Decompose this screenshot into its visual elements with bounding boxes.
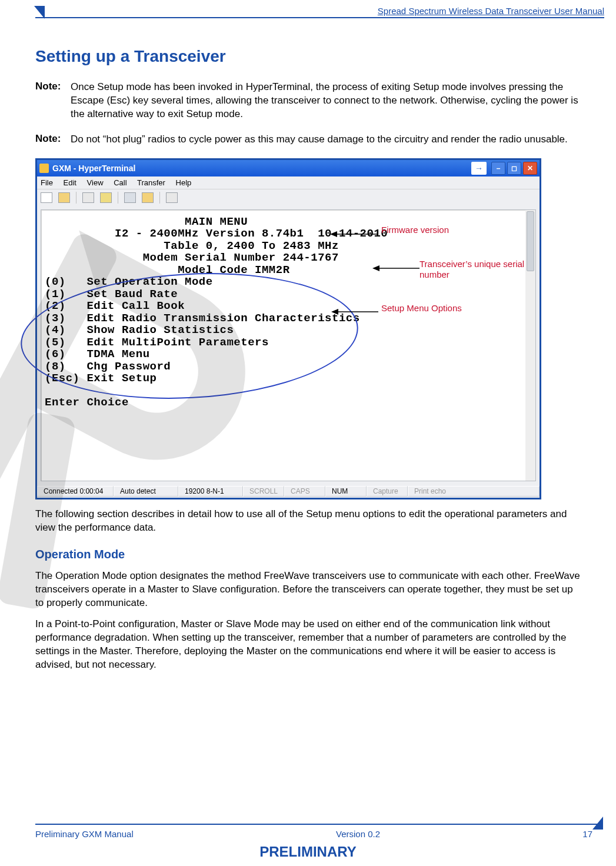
note-label: Note: (35, 133, 71, 146)
window-title: GXM - HyperTerminal (52, 164, 135, 173)
menu-bar: File Edit View Call Transfer Help (37, 176, 540, 189)
status-capture: Capture (367, 486, 408, 497)
note-label: Note: (35, 81, 71, 121)
operation-mode-p1: The Operation Mode option designates the… (35, 569, 581, 610)
status-echo: Print echo (408, 486, 540, 497)
svg-marker-0 (34, 6, 45, 19)
window-titlebar: GXM - HyperTerminal → – ◻ ✕ (37, 160, 540, 176)
arrow-setup-menu (331, 307, 378, 317)
section-operation-mode: Operation Mode (35, 548, 581, 561)
arrow-firmware (330, 229, 377, 239)
app-icon (39, 164, 49, 173)
status-connected: Connected 0:00:04 (37, 486, 114, 497)
svg-marker-8 (331, 309, 338, 315)
hyperterminal-screenshot: GXM - HyperTerminal → – ◻ ✕ File Edit Vi… (35, 158, 541, 499)
toolbar-properties-icon[interactable] (166, 192, 178, 203)
close-button[interactable]: ✕ (523, 162, 537, 175)
menu-help[interactable]: Help (176, 178, 192, 187)
status-num: NUM (325, 486, 367, 497)
footer-page-number: 17 (582, 829, 592, 839)
preliminary-stamp: PRELIMINARY (0, 844, 616, 860)
label-serial-number: Transceiver’s unique serial number (419, 259, 531, 280)
arrow-serial (372, 264, 419, 273)
status-caps: CAPS (284, 486, 325, 497)
operation-mode-p2: In a Point-to-Point configuration, Maste… (35, 618, 581, 672)
toolbar-disconnect-icon[interactable] (100, 192, 112, 203)
toolbar-call-icon[interactable] (82, 192, 94, 203)
svg-marker-9 (592, 817, 603, 830)
vertical-scrollbar[interactable] (525, 210, 535, 481)
status-scroll: SCROLL (243, 486, 284, 497)
menu-view[interactable]: View (87, 178, 104, 187)
minimize-button[interactable]: – (491, 162, 505, 175)
status-detect: Auto detect (114, 486, 178, 497)
status-port: 19200 8-N-1 (178, 486, 243, 497)
note-text: Do not “hot plug” radios to cycle power … (71, 133, 581, 146)
toolbar-new-icon[interactable] (41, 192, 52, 203)
toolbar-send-icon[interactable] (124, 192, 136, 203)
menu-transfer[interactable]: Transfer (137, 178, 165, 187)
svg-marker-6 (372, 265, 379, 271)
maximize-button[interactable]: ◻ (507, 162, 521, 175)
label-setup-menu-options: Setup Menu Options (381, 303, 462, 313)
menu-call[interactable]: Call (114, 178, 126, 187)
page-title: Setting up a Transceiver (35, 47, 581, 66)
toolbar (37, 189, 540, 206)
footer-left: Preliminary GXM Manual (35, 829, 134, 839)
paragraph-after-image: The following section describes in detai… (35, 508, 581, 535)
header-corner-decoration (34, 6, 45, 19)
status-bar: Connected 0:00:04 Auto detect 19200 8-N-… (37, 485, 540, 498)
toolbar-open-icon[interactable] (58, 192, 70, 203)
note-2: Note: Do not “hot plug” radios to cycle … (35, 133, 581, 146)
terminal-pane[interactable]: MAIN MENU I2 - 2400MHz Version 8.74b1 10… (41, 209, 536, 481)
note-1: Note: Once Setup mode has been invoked i… (35, 81, 581, 121)
header-running-title: Spread Spectrum Wireless Data Transceive… (378, 6, 604, 16)
label-firmware-version: Firmware version (381, 225, 449, 235)
toolbar-arrow-button[interactable]: → (471, 162, 487, 175)
toolbar-receive-icon[interactable] (142, 192, 154, 203)
menu-file[interactable]: File (41, 178, 53, 187)
note-text: Once Setup mode has been invoked in Hype… (71, 81, 581, 121)
menu-edit[interactable]: Edit (64, 178, 76, 187)
svg-marker-4 (330, 231, 337, 237)
footer-center: Version 0.2 (336, 829, 380, 839)
footer-corner-decoration (592, 817, 603, 830)
